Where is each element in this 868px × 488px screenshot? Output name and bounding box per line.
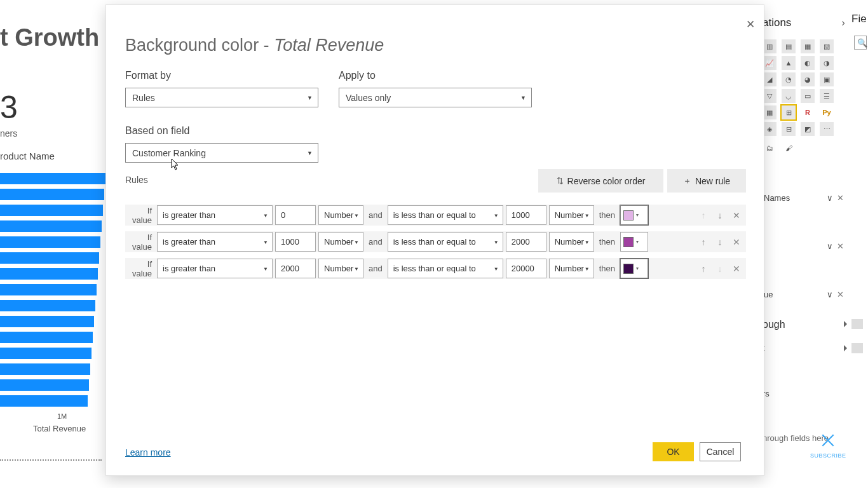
move-up-icon[interactable]: ↑ — [696, 262, 710, 276]
type-1-dropdown[interactable]: Number — [318, 205, 363, 225]
field-row-2[interactable]: ∨✕ — [763, 239, 845, 254]
field-ue-row[interactable]: ue ∨✕ — [763, 287, 845, 302]
viz-ribbon-icon[interactable]: ◢ — [763, 72, 776, 86]
viz-key-influencers-icon[interactable]: ◈ — [763, 122, 776, 136]
viz-combo-icon[interactable]: ◐ — [801, 56, 815, 70]
format-by-dropdown[interactable]: Rules — [125, 88, 318, 107]
drillthrough-heading: ough — [763, 319, 845, 330]
viz-qa-icon[interactable]: ◩ — [801, 122, 815, 136]
operator-2-dropdown[interactable]: is less than or equal to — [388, 232, 503, 252]
reverse-color-order-button[interactable]: ⇅ Reverse color order — [538, 169, 663, 193]
value-2-input[interactable]: 20000 — [506, 259, 546, 278]
rule-row-1: If value is greater than 0 Number and is… — [125, 205, 746, 226]
delete-rule-icon[interactable]: ✕ — [729, 208, 743, 222]
format-tab-icon[interactable]: 🖌 — [782, 141, 796, 155]
viz-r-icon[interactable]: R — [801, 105, 815, 119]
and-label: and — [366, 210, 385, 220]
then-label: then — [597, 210, 618, 220]
operator-2-dropdown[interactable]: is less than or equal to — [388, 259, 503, 278]
operator-1-dropdown[interactable]: is greater than — [157, 205, 273, 225]
delete-rule-icon[interactable]: ✕ — [729, 235, 743, 249]
learn-more-link[interactable]: Learn more — [125, 447, 171, 458]
color-picker[interactable]: ▾ — [620, 205, 648, 225]
viz-table-icon[interactable]: ▦ — [763, 105, 776, 119]
type-2-dropdown[interactable]: Number — [549, 205, 594, 225]
color-swatch — [623, 264, 634, 274]
close-button[interactable]: ✕ — [746, 18, 755, 31]
type-2-dropdown[interactable]: Number — [549, 232, 594, 252]
close-icon[interactable]: ✕ — [837, 241, 844, 251]
move-down-icon[interactable]: ↓ — [713, 235, 727, 249]
viz-clustered-bar-icon[interactable]: ▤ — [782, 39, 796, 53]
viz-pie-icon[interactable]: ◔ — [782, 72, 796, 86]
bg-report-title: t Growth — [0, 24, 99, 51]
visualization-picker[interactable]: ▥ ▤ ▦ ▧ 📈 ▲ ◐ ◑ ◢ ◔ ◕ ▣ ▽ ◡ ▭ ☰ ▦ ⊞ R Py — [763, 39, 845, 155]
viz-card-icon[interactable]: ▭ — [801, 89, 815, 103]
viz-line-icon[interactable]: 📈 — [763, 56, 776, 70]
based-on-field-dropdown[interactable]: Customer Ranking — [125, 143, 318, 163]
then-label: then — [597, 264, 618, 273]
visualizations-panel: ations› ▥ ▤ ▦ ▧ 📈 ▲ ◐ ◑ ◢ ◔ ◕ ▣ ▽ ◡ ▭ ☰ … — [763, 13, 845, 158]
color-picker[interactable]: ▾ — [620, 232, 648, 252]
drillthrough-item-1: t — [763, 343, 845, 353]
table-icon[interactable] — [851, 319, 863, 329]
viz-gauge-icon[interactable]: ◡ — [782, 89, 796, 103]
bg-kpi-number: 3 — [0, 89, 18, 126]
operator-1-dropdown[interactable]: is greater than — [157, 259, 273, 278]
value-1-input[interactable]: 1000 — [275, 232, 316, 252]
swap-icon: ⇅ — [557, 176, 564, 186]
subscribe-watermark: SUBSCRIBE — [810, 452, 846, 459]
viz-area-icon[interactable]: ▲ — [782, 56, 796, 70]
viz-stacked-bar-icon[interactable]: ▥ — [763, 39, 776, 53]
close-icon[interactable]: ✕ — [837, 290, 844, 299]
move-up-icon[interactable]: ↑ — [696, 235, 710, 249]
fields-tab-icon[interactable]: 🗂 — [763, 141, 776, 155]
viz-clustered-column-icon[interactable]: ▧ — [820, 39, 834, 53]
viz-python-icon[interactable]: Py — [820, 105, 834, 119]
value-2-input[interactable]: 1000 — [506, 205, 546, 225]
viz-multirow-icon[interactable]: ☰ — [820, 89, 834, 103]
type-1-dropdown[interactable]: Number — [318, 232, 363, 252]
viz-combo2-icon[interactable]: ◑ — [820, 56, 834, 70]
chevron-down-icon: ▾ — [636, 239, 639, 245]
move-down-icon: ↓ — [713, 262, 727, 276]
apply-to-dropdown[interactable]: Values only — [339, 88, 532, 107]
type-2-dropdown[interactable]: Number — [549, 259, 594, 278]
field-names-row[interactable]: Names ∨✕ — [763, 191, 845, 205]
fields-heading[interactable]: Fie — [851, 13, 867, 25]
value-1-input[interactable]: 0 — [275, 205, 316, 225]
rule-row-3: If value is greater than 2000 Number and… — [125, 258, 746, 279]
new-rule-button[interactable]: ＋ New rule — [667, 169, 746, 193]
and-label: and — [366, 237, 385, 247]
viz-donut-icon[interactable]: ◕ — [801, 72, 815, 86]
ok-button[interactable]: OK — [653, 442, 694, 461]
operator-1-dropdown[interactable]: is greater than — [157, 232, 273, 252]
plus-icon: ＋ — [683, 175, 691, 187]
cancel-button[interactable]: Cancel — [700, 442, 741, 461]
table-icon[interactable] — [851, 343, 863, 353]
delete-rule-icon[interactable]: ✕ — [729, 262, 743, 276]
color-swatch — [623, 237, 634, 247]
move-down-icon[interactable]: ↓ — [713, 208, 727, 222]
value-2-input[interactable]: 2000 — [506, 232, 546, 252]
viz-more-icon[interactable]: ⋯ — [820, 122, 834, 136]
viz-stacked-column-icon[interactable]: ▦ — [801, 39, 815, 53]
chevron-down-icon: ▾ — [636, 212, 639, 218]
apply-to-label: Apply to — [339, 70, 376, 81]
rules-section-label: Rules — [125, 175, 148, 185]
fields-search[interactable]: 🔍 — [854, 36, 867, 50]
viz-treemap-icon[interactable]: ▣ — [820, 72, 834, 86]
close-icon[interactable]: ✕ — [837, 193, 844, 203]
dialog-title: Background color - Total Revenue — [125, 36, 384, 55]
operator-2-dropdown[interactable]: is less than or equal to — [388, 205, 503, 225]
type-1-dropdown[interactable]: Number — [318, 259, 363, 278]
viz-funnel-icon[interactable]: ▽ — [763, 89, 776, 103]
drillthrough-item-2: rs — [763, 389, 845, 398]
viz-matrix-icon[interactable]: ⊞ — [782, 105, 796, 119]
visualizations-heading[interactable]: ations› — [763, 13, 845, 33]
color-picker[interactable]: ▾ — [620, 259, 648, 278]
value-1-input[interactable]: 2000 — [275, 259, 316, 278]
viz-decomposition-icon[interactable]: ⊟ — [782, 122, 796, 136]
bg-kpi-label: ners — [0, 128, 17, 139]
conditional-formatting-dialog: ✕ Background color - Total Revenue Forma… — [105, 4, 764, 476]
